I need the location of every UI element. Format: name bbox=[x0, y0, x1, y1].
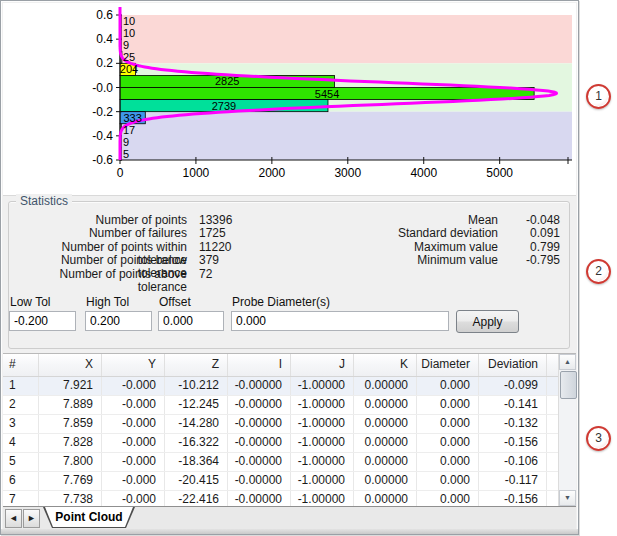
svg-text:204: 204 bbox=[120, 63, 138, 75]
offset-input[interactable] bbox=[158, 311, 224, 331]
svg-text:9: 9 bbox=[123, 39, 129, 51]
cell: 7.828 bbox=[39, 434, 102, 452]
cell: 0.000 bbox=[417, 472, 479, 490]
statistics-values: Mean-0.048 Standard deviation0.091 Maxim… bbox=[206, 214, 560, 268]
svg-text:4000: 4000 bbox=[410, 166, 437, 180]
cell: -16.322 bbox=[165, 434, 228, 452]
table-row[interactable]: 57.800-0.000-18.364-0.00000-1.000000.000… bbox=[3, 453, 576, 472]
stat-label: Number of points above tolerance bbox=[11, 268, 187, 281]
cell: -1.00000 bbox=[291, 377, 354, 395]
cell: 2 bbox=[3, 396, 39, 414]
svg-text:-0.4: -0.4 bbox=[92, 129, 113, 143]
cell: -0.00000 bbox=[228, 453, 291, 471]
cell: -0.00000 bbox=[228, 415, 291, 433]
cell: 0.00000 bbox=[354, 415, 417, 433]
scroll-up-icon[interactable]: ▲ bbox=[559, 354, 576, 370]
cell: -1.00000 bbox=[291, 396, 354, 414]
table-header: #XYZIJKDiameterDeviation bbox=[3, 354, 576, 377]
svg-text:0.6: 0.6 bbox=[96, 8, 113, 22]
tab-point-cloud[interactable]: Point Cloud bbox=[43, 507, 135, 528]
cell: -0.117 bbox=[479, 472, 547, 490]
column-header-y[interactable]: Y bbox=[102, 354, 165, 376]
scroll-down-icon[interactable]: ▼ bbox=[559, 490, 576, 506]
column-header-diameter[interactable]: Diameter bbox=[417, 354, 479, 376]
cell: -10.212 bbox=[165, 377, 228, 395]
stat-value: -0.795 bbox=[498, 254, 560, 267]
svg-text:25: 25 bbox=[123, 51, 135, 63]
cell: -0.099 bbox=[479, 377, 547, 395]
cell: 7.769 bbox=[39, 472, 102, 490]
cell: 7.889 bbox=[39, 396, 102, 414]
stat-label: Maximum value bbox=[206, 241, 498, 254]
stat-value: 0.091 bbox=[498, 227, 560, 240]
table-row[interactable]: 47.828-0.000-16.322-0.00000-1.000000.000… bbox=[3, 434, 576, 453]
window-bottom-edge bbox=[1, 529, 578, 534]
cell: -0.106 bbox=[479, 453, 547, 471]
svg-text:17: 17 bbox=[123, 124, 135, 136]
sheet-tab-bar: ◄ ► Point Cloud bbox=[3, 506, 576, 530]
vertical-scrollbar[interactable]: ▲ ▼ bbox=[558, 354, 576, 506]
cell: 5 bbox=[3, 453, 39, 471]
low-tol-label: Low Tol bbox=[10, 295, 50, 309]
tab-scroll-right-icon[interactable]: ► bbox=[23, 509, 40, 528]
probe-diameter-input[interactable] bbox=[231, 311, 449, 331]
cell: 0.000 bbox=[417, 396, 479, 414]
cell: -1.00000 bbox=[291, 453, 354, 471]
low-tol-input[interactable] bbox=[9, 311, 76, 331]
cell: -0.00000 bbox=[228, 396, 291, 414]
stat-label: Number of failures bbox=[11, 227, 187, 240]
high-tol-input[interactable] bbox=[85, 311, 152, 331]
scrollbar-thumb[interactable] bbox=[560, 371, 577, 399]
table-body: 17.921-0.000-10.212-0.00000-1.000000.000… bbox=[3, 377, 576, 510]
cell: -0.00000 bbox=[228, 434, 291, 452]
callout-3-badge: 3 bbox=[586, 426, 611, 451]
cell: -1.00000 bbox=[291, 472, 354, 490]
svg-text:2739: 2739 bbox=[212, 100, 236, 112]
cell: 6 bbox=[3, 472, 39, 490]
column-header-k[interactable]: K bbox=[354, 354, 417, 376]
cell: -0.000 bbox=[102, 453, 165, 471]
svg-text:0: 0 bbox=[117, 166, 124, 180]
column-header-j[interactable]: J bbox=[291, 354, 354, 376]
table-row[interactable]: 17.921-0.000-10.212-0.00000-1.000000.000… bbox=[3, 377, 576, 396]
column-header-x[interactable]: X bbox=[39, 354, 102, 376]
stat-label: Number of points bbox=[11, 214, 187, 227]
cell: -1.00000 bbox=[291, 434, 354, 452]
column-header-z[interactable]: Z bbox=[165, 354, 228, 376]
stat-value: 72 bbox=[199, 268, 212, 281]
svg-text:-0.6: -0.6 bbox=[92, 153, 113, 167]
tab-scroll-left-icon[interactable]: ◄ bbox=[5, 509, 22, 528]
probe-diameter-label: Probe Diameter(s) bbox=[232, 295, 330, 309]
table-row[interactable]: 37.859-0.000-14.280-0.00000-1.000000.000… bbox=[3, 415, 576, 434]
svg-text:0.4: 0.4 bbox=[96, 32, 113, 46]
stat-label: Number of points within tolerance bbox=[11, 241, 187, 254]
stat-value: -0.048 bbox=[498, 214, 560, 227]
table-row[interactable]: 27.889-0.000-12.245-0.00000-1.000000.000… bbox=[3, 396, 576, 415]
svg-text:-0.0: -0.0 bbox=[92, 81, 113, 95]
column-header-i[interactable]: I bbox=[228, 354, 291, 376]
cell: 0.000 bbox=[417, 453, 479, 471]
cell: 0.000 bbox=[417, 377, 479, 395]
column-header-num[interactable]: # bbox=[3, 354, 39, 376]
cell: -0.000 bbox=[102, 434, 165, 452]
svg-text:2000: 2000 bbox=[259, 166, 286, 180]
cell: -0.000 bbox=[102, 377, 165, 395]
cell: 0.00000 bbox=[354, 472, 417, 490]
cell: -20.415 bbox=[165, 472, 228, 490]
column-header-deviation[interactable]: Deviation bbox=[479, 354, 547, 376]
cell: 1 bbox=[3, 377, 39, 395]
svg-text:5: 5 bbox=[123, 148, 129, 160]
cell: 0.00000 bbox=[354, 434, 417, 452]
svg-text:9: 9 bbox=[123, 136, 129, 148]
cell: 0.00000 bbox=[354, 453, 417, 471]
cell: -0.156 bbox=[479, 434, 547, 452]
high-tol-label: High Tol bbox=[86, 295, 129, 309]
cell: 7.859 bbox=[39, 415, 102, 433]
svg-text:1000: 1000 bbox=[183, 166, 210, 180]
svg-text:5000: 5000 bbox=[486, 166, 513, 180]
cell: -12.245 bbox=[165, 396, 228, 414]
cell: -1.00000 bbox=[291, 415, 354, 433]
table-row[interactable]: 67.769-0.000-20.415-0.00000-1.000000.000… bbox=[3, 472, 576, 491]
svg-text:-0.2: -0.2 bbox=[92, 105, 113, 119]
apply-button[interactable]: Apply bbox=[456, 310, 519, 333]
